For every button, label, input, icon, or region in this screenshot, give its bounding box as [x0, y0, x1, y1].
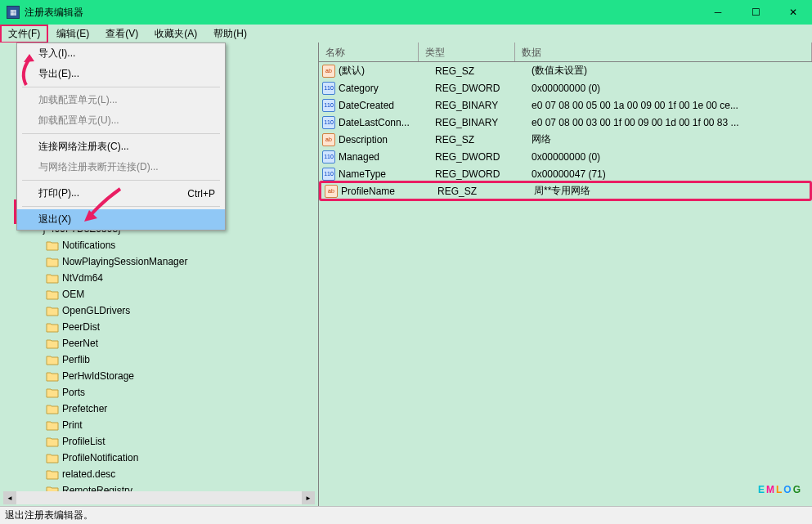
list-cell-type: REG_DWORD: [435, 168, 532, 180]
list-row[interactable]: 110DateCreatedREG_BINARYe0 07 08 00 05 0…: [319, 96, 812, 114]
menu-separator: [22, 87, 220, 87]
list-cell-type: REG_SZ: [437, 186, 534, 197]
tree-item[interactable]: Prefetcher: [3, 401, 318, 417]
list-cell-type: REG_DWORD: [435, 151, 532, 163]
tree-item[interactable]: ProfileNotification: [3, 450, 318, 466]
tree-item-label: Notifications: [62, 240, 115, 251]
list-row[interactable]: 110ManagedREG_DWORD0x00000000 (0): [319, 148, 812, 165]
binary-value-icon: 110: [322, 99, 335, 112]
tree-item[interactable]: Ports: [3, 384, 318, 401]
list-cell-data: 0x00000000 (0): [532, 83, 812, 94]
string-value-icon: ab: [322, 65, 335, 78]
tree-item[interactable]: PeerDist: [3, 319, 318, 335]
list-cell-data: (数值未设置): [532, 64, 812, 78]
folder-icon: [46, 387, 59, 398]
menu-item-connect[interactable]: 连接网络注册表(C)...: [17, 137, 225, 157]
tree-item-label: Ports: [62, 387, 85, 398]
tree-item[interactable]: OpenGLDrivers: [3, 302, 318, 319]
tree-item-label: NowPlayingSessionManager: [62, 256, 187, 267]
horizontal-scrollbar[interactable]: ◄ ►: [3, 491, 315, 504]
tree-item[interactable]: Print: [3, 417, 318, 433]
tree-item[interactable]: related.desc: [3, 466, 318, 482]
string-value-icon: ab: [322, 133, 335, 146]
tree-item[interactable]: NtVdm64: [3, 270, 318, 286]
scroll-left-icon[interactable]: ◄: [3, 491, 16, 504]
menu-file[interactable]: 文件(F): [0, 25, 48, 43]
binary-value-icon: 110: [322, 116, 335, 129]
menu-help[interactable]: 帮助(H): [205, 25, 255, 43]
list-cell-type: REG_SZ: [435, 65, 532, 77]
tree-item-label: OpenGLDrivers: [62, 305, 130, 316]
list-row[interactable]: ab(默认)REG_SZ(数值未设置): [319, 62, 812, 79]
tree-item-label: PerHwIdStorage: [62, 370, 134, 382]
menu-view[interactable]: 查看(V): [97, 25, 146, 43]
list-row[interactable]: 110NameTypeREG_DWORD0x00000047 (71): [319, 165, 812, 182]
tree-item[interactable]: Perflib: [3, 352, 318, 368]
list-cell-name: NameType: [339, 168, 435, 180]
menu-item-print-shortcut: Ctrl+P: [187, 188, 215, 199]
scroll-right-icon[interactable]: ►: [302, 491, 315, 504]
tree-item[interactable]: ProfileList: [3, 433, 318, 450]
tree-item[interactable]: Notifications: [3, 237, 318, 253]
tree-item-label: ProfileList: [62, 436, 105, 447]
menu-edit[interactable]: 编辑(E): [48, 25, 97, 43]
string-value-icon: ab: [325, 185, 338, 198]
menu-item-disconnect: 与网络注册表断开连接(D)...: [17, 157, 225, 177]
col-header-name[interactable]: 名称: [319, 43, 419, 61]
list-cell-name: Managed: [339, 151, 435, 163]
tree-item-label: Print: [62, 419, 83, 431]
menu-item-print-label: 打印(P)...: [38, 186, 79, 200]
folder-icon: [46, 420, 59, 431]
tree-item[interactable]: PerHwIdStorage: [3, 368, 318, 384]
folder-icon: [46, 306, 59, 316]
list-cell-type: REG_SZ: [435, 134, 532, 146]
folder-icon: [46, 437, 59, 447]
folder-icon: [46, 273, 59, 284]
menu-favorites[interactable]: 收藏夹(A): [146, 25, 205, 43]
folder-icon: [46, 322, 59, 333]
tree-item-label: Prefetcher: [62, 403, 107, 414]
list-cell-data: 周**专用网络: [534, 184, 810, 198]
folder-icon: [46, 453, 59, 464]
window-title: 注册表编辑器: [25, 6, 699, 20]
list-row[interactable]: 110DateLastConn...REG_BINARYe0 07 08 00 …: [319, 114, 812, 131]
list-body[interactable]: ab(默认)REG_SZ(数值未设置)110CategoryREG_DWORD0…: [319, 62, 812, 506]
list-panel: 名称 类型 数据 ab(默认)REG_SZ(数值未设置)110CategoryR…: [319, 43, 812, 506]
tree-item[interactable]: OEM: [3, 286, 318, 302]
statusbar-text: 退出注册表编辑器。: [5, 508, 93, 522]
tree-item-label: OEM: [62, 289, 84, 300]
tree-item[interactable]: PeerNet: [3, 335, 318, 352]
list-row[interactable]: abDescriptionREG_SZ网络: [319, 131, 812, 148]
list-cell-name: Description: [339, 134, 435, 146]
tree-item[interactable]: NowPlayingSessionManager: [3, 253, 318, 270]
menu-item-unload-hive: 卸载配置单元(U)...: [17, 110, 225, 131]
list-cell-type: REG_BINARY: [435, 117, 532, 128]
tree-item-label: related.desc: [62, 468, 115, 480]
col-header-data[interactable]: 数据: [515, 43, 812, 61]
list-cell-type: REG_BINARY: [435, 100, 532, 111]
minimize-button[interactable]: ─: [699, 0, 737, 25]
folder-icon: [46, 371, 59, 382]
list-cell-name: Category: [339, 83, 435, 94]
list-row[interactable]: abProfileNameREG_SZ周**专用网络: [319, 181, 812, 201]
list-cell-data: 网络: [532, 132, 812, 146]
watermark-logo: EMLOG: [758, 462, 802, 501]
menu-item-import[interactable]: 导入(I)...: [17, 43, 225, 64]
tree-view[interactable]: }-499F7D3E0593} NotificationsNowPlayingS…: [3, 221, 318, 503]
binary-value-icon: 110: [322, 150, 335, 163]
folder-icon: [46, 240, 59, 251]
close-button[interactable]: ✕: [774, 0, 812, 25]
tree-item-label: NtVdm64: [62, 272, 103, 284]
annotation-arrow-icon: [79, 186, 125, 223]
maximize-button[interactable]: ☐: [737, 0, 774, 25]
binary-value-icon: 110: [322, 168, 335, 181]
col-header-type[interactable]: 类型: [419, 43, 515, 61]
list-cell-name: ProfileName: [341, 186, 437, 197]
list-row[interactable]: 110CategoryREG_DWORD0x00000000 (0): [319, 79, 812, 96]
list-cell-data: 0x00000000 (0): [532, 151, 812, 163]
tree-panel: 导入(I)... 导出(E)... 加载配置单元(L)... 卸载配置单元(U)…: [0, 43, 319, 506]
tree-item-label: Perflib: [62, 354, 90, 365]
menu-item-export[interactable]: 导出(E)...: [17, 64, 225, 84]
folder-icon: [46, 338, 59, 349]
tree-item-label: PeerDist: [62, 321, 100, 333]
